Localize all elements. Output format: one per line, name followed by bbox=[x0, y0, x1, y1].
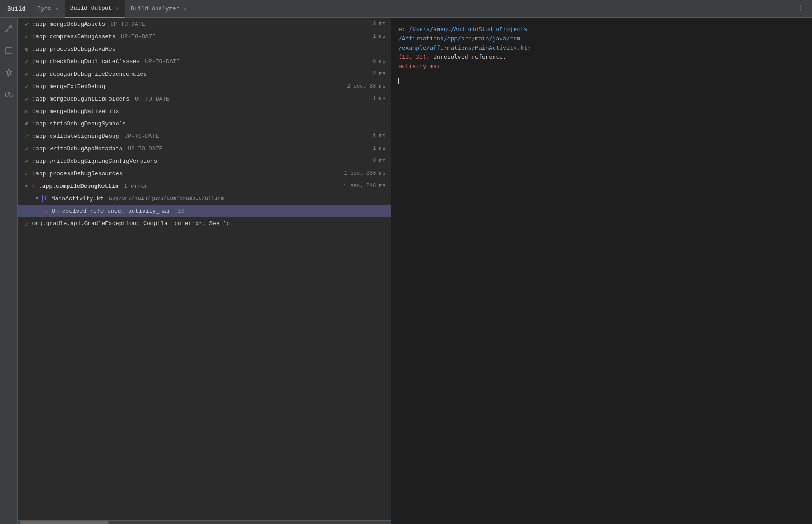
task-name: :app:processDebugJavaRes bbox=[32, 46, 115, 52]
success-icon: ✓ bbox=[25, 83, 28, 90]
task-name: :app:mergeDebugJniLibFolders bbox=[32, 96, 129, 102]
error-line-ref: (13, 33): bbox=[398, 53, 430, 60]
task-name: :app:mergeDebugAssets bbox=[32, 21, 105, 28]
build-item-unresolved-ref[interactable]: ⚠ Unresolved reference: activity_mai :13 bbox=[18, 205, 391, 217]
tab-sync[interactable]: Sync ✕ bbox=[32, 0, 65, 18]
error-detail-panel: e: /Users/amygu/AndroidStudioProjects /A… bbox=[391, 18, 812, 524]
sidebar bbox=[0, 18, 18, 524]
build-item-gradle-exception[interactable]: ⚠ org.gradle.api.GradleException: Compil… bbox=[18, 217, 391, 230]
task-name: :app:compressDebugAssets bbox=[32, 33, 115, 40]
square-icon[interactable] bbox=[3, 45, 15, 59]
build-item-merge-debug-native[interactable]: ⊘ :app:mergeDebugNativeLibs bbox=[18, 105, 391, 117]
build-item-strip-debug-symbols[interactable]: ⊘ :app:stripDebugDebugSymbols bbox=[18, 117, 391, 130]
build-title: Build bbox=[4, 5, 32, 12]
build-item-merge-ext-dex[interactable]: ✓ :app:mergeExtDexDebug 2 sec, 88 ms bbox=[18, 80, 391, 93]
task-name: :app:desugarDebugFileDependencies bbox=[32, 71, 146, 77]
tab-overflow-menu[interactable]: ⋮ bbox=[793, 4, 808, 14]
task-name: :app:checkDebugDuplicateClasses bbox=[32, 58, 140, 65]
chevron-down-icon: ▼ bbox=[36, 196, 39, 201]
timing: 1 ms bbox=[373, 133, 386, 139]
skip-icon: ⊘ bbox=[25, 120, 28, 128]
chevron-down-icon: ▼ bbox=[25, 183, 28, 189]
error-message: Unresolved reference: activity_mai bbox=[52, 208, 169, 214]
success-icon: ✓ bbox=[25, 20, 28, 28]
svg-point-3 bbox=[8, 94, 10, 96]
tools-icon[interactable] bbox=[3, 22, 15, 37]
build-item-merge-debug-assets[interactable]: ✓ :app:mergeDebugAssets UP-TO-DATE 3 ms bbox=[18, 18, 391, 30]
up-to-date-label: UP-TO-DATE bbox=[121, 33, 156, 40]
success-icon: ✓ bbox=[25, 170, 28, 177]
timing: 1 ms bbox=[373, 96, 386, 102]
text-cursor bbox=[398, 78, 399, 84]
error-count: 1 error bbox=[124, 183, 148, 189]
pin-icon[interactable] bbox=[3, 67, 15, 81]
horizontal-scrollbar[interactable] bbox=[18, 520, 391, 524]
main-layout: ✓ :app:mergeDebugAssets UP-TO-DATE 3 ms … bbox=[0, 18, 812, 524]
timing: 1 ms bbox=[373, 145, 386, 152]
svg-rect-0 bbox=[6, 48, 12, 54]
task-name: :app:writeDebugSigningConfigVersions bbox=[32, 158, 157, 165]
up-to-date-label: UP-TO-DATE bbox=[128, 145, 162, 152]
tab-build-output[interactable]: Build Output ✕ bbox=[65, 0, 125, 18]
up-to-date-label: UP-TO-DATE bbox=[145, 58, 180, 65]
kotlin-icon: K bbox=[42, 195, 48, 202]
task-name: :app:mergeDebugNativeLibs bbox=[32, 108, 119, 115]
build-item-compress-debug-assets[interactable]: ✓ :app:compressDebugAssets UP-TO-DATE 1 … bbox=[18, 30, 391, 43]
build-item-validate-signing[interactable]: ✓ :app:validateSigningDebug UP-TO-DATE 1… bbox=[18, 130, 391, 142]
error-message-text: Unresolved reference: bbox=[433, 53, 506, 60]
success-icon: ✓ bbox=[25, 33, 28, 40]
success-icon: ✓ bbox=[25, 70, 28, 78]
build-item-write-debug-app-meta[interactable]: ✓ :app:writeDebugAppMetadata UP-TO-DATE … bbox=[18, 142, 391, 155]
cursor-container bbox=[398, 77, 805, 86]
task-name: :app:validateSigningDebug bbox=[32, 133, 119, 140]
tab-sync-close[interactable]: ✕ bbox=[54, 5, 60, 12]
tab-build-output-label: Build Output bbox=[70, 5, 112, 12]
timing: 1 sec, 866 ms bbox=[344, 170, 386, 177]
build-item-check-debug-dup[interactable]: ✓ :app:checkDebugDuplicateClasses UP-TO-… bbox=[18, 55, 391, 68]
build-list-content[interactable]: ✓ :app:mergeDebugAssets UP-TO-DATE 3 ms … bbox=[18, 18, 391, 520]
timing: 3 ms bbox=[373, 158, 386, 164]
timing: 6 ms bbox=[373, 58, 386, 64]
task-name: :app:mergeExtDexDebug bbox=[32, 83, 105, 90]
up-to-date-label: UP-TO-DATE bbox=[135, 96, 169, 102]
tab-build-analyzer[interactable]: Build Analyzer ✕ bbox=[125, 0, 193, 18]
tab-build-analyzer-close[interactable]: ✕ bbox=[182, 5, 188, 12]
file-path: app/src/main/java/com/example/affirm bbox=[109, 195, 224, 202]
error-icon: ⚠ bbox=[25, 220, 28, 227]
timing: 2 ms bbox=[373, 71, 386, 77]
timing: 1 ms bbox=[373, 33, 386, 40]
scrollbar-thumb bbox=[20, 521, 109, 524]
timing: 2 sec, 88 ms bbox=[347, 83, 386, 89]
up-to-date-label: UP-TO-DATE bbox=[124, 133, 159, 140]
tab-build-output-close[interactable]: ✕ bbox=[114, 5, 120, 12]
success-icon: ✓ bbox=[25, 95, 28, 103]
error-path-3[interactable]: /example/affirmations/MainActivity.kt: bbox=[398, 44, 531, 51]
gradle-exception-text: org.gradle.api.GradleException: Compilat… bbox=[32, 220, 230, 227]
error-detail-content: e: /Users/amygu/AndroidStudioProjects /A… bbox=[398, 25, 805, 71]
svg-point-2 bbox=[5, 93, 12, 97]
up-to-date-label: UP-TO-DATE bbox=[110, 21, 145, 28]
timing: 3 ms bbox=[373, 21, 386, 27]
error-icon: ⚠ bbox=[32, 182, 35, 190]
build-item-merge-debug-jni[interactable]: ✓ :app:mergeDebugJniLibFolders UP-TO-DAT… bbox=[18, 93, 391, 105]
eye-icon[interactable] bbox=[3, 89, 15, 102]
error-icon: ⚠ bbox=[44, 207, 48, 215]
tab-bar: Build Sync ✕ Build Output ✕ Build Analyz… bbox=[0, 0, 812, 18]
build-item-desugar-debug-file[interactable]: ✓ :app:desugarDebugFileDependencies 2 ms bbox=[18, 68, 391, 80]
build-item-process-debug-java-res[interactable]: ⊘ :app:processDebugJavaRes bbox=[18, 43, 391, 55]
success-icon: ✓ bbox=[25, 58, 28, 65]
build-item-write-debug-signing[interactable]: ✓ :app:writeDebugSigningConfigVersions 3… bbox=[18, 155, 391, 167]
build-list-panel: ✓ :app:mergeDebugAssets UP-TO-DATE 3 ms … bbox=[18, 18, 391, 524]
build-item-main-activity-kt[interactable]: ▼ K MainActivity.kt app/src/main/java/co… bbox=[18, 192, 391, 205]
error-path-1[interactable]: /Users/amygu/AndroidStudioProjects bbox=[409, 26, 527, 32]
build-item-compile-debug-kotlin[interactable]: ▼ ⚠ :app:compileDebugKotlin 1 error 1 se… bbox=[18, 180, 391, 192]
line-ref: :13 bbox=[174, 208, 185, 214]
error-variable: activity_mai bbox=[398, 63, 440, 69]
task-name: :app:stripDebugDebugSymbols bbox=[32, 121, 126, 127]
success-icon: ✓ bbox=[25, 157, 28, 165]
error-path-2[interactable]: /Affirmations/app/src/main/java/com bbox=[398, 35, 520, 42]
skip-icon: ⊘ bbox=[25, 45, 28, 53]
file-name: MainActivity.kt bbox=[52, 195, 104, 202]
success-icon: ✓ bbox=[25, 145, 28, 153]
build-item-process-debug-res[interactable]: ✓ :app:processDebugResources 1 sec, 866 … bbox=[18, 167, 391, 180]
